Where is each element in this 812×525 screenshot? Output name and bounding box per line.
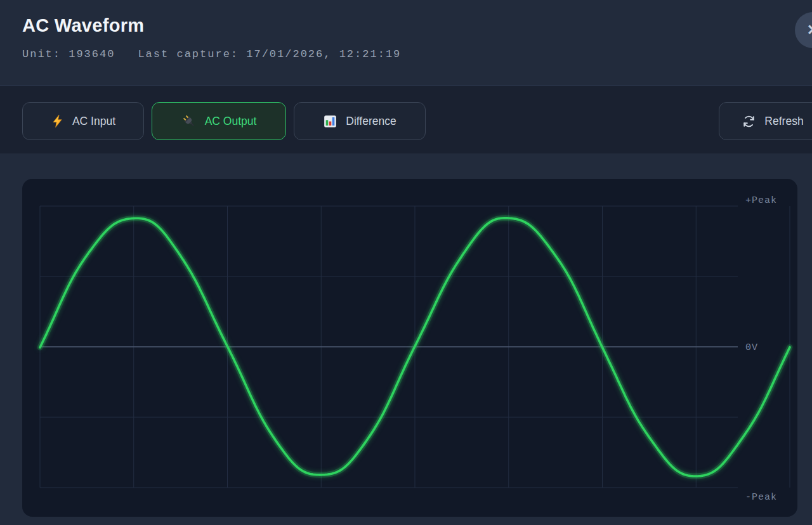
tab-difference[interactable]: Difference	[294, 102, 426, 140]
y-axis-label: +Peak	[745, 195, 777, 206]
y-axis-label: -Peak	[745, 492, 777, 503]
refresh-button[interactable]: Refresh	[719, 102, 812, 140]
waveform-chart-panel: +Peak0V-Peak	[22, 179, 797, 517]
tab-ac-input[interactable]: AC Input	[22, 102, 144, 140]
unit-label: Unit: 193640	[22, 48, 115, 60]
refresh-icon	[742, 114, 756, 129]
tab-label: AC Input	[72, 115, 115, 128]
tab-label: Difference	[346, 115, 396, 128]
capture-meta: Unit: 193640Last capture: 17/01/2026, 12…	[22, 48, 401, 60]
tab-ac-output[interactable]: AC Output	[152, 102, 286, 140]
toolbar: AC Input AC Output	[0, 85, 812, 153]
last-capture-label: Last capture: 17/01/2026, 12:21:19	[138, 48, 401, 60]
header: AC Waveform Unit: 193640Last capture: 17…	[0, 0, 812, 85]
close-button[interactable]: ✕	[795, 12, 812, 48]
ac-waveform-page: { "header": { "title": "AC Waveform", "u…	[0, 0, 812, 525]
y-axis-label: 0V	[745, 342, 758, 353]
lightning-bolt-icon	[51, 113, 64, 129]
waveform-chart: +Peak0V-Peak	[22, 179, 797, 517]
page-title: AC Waveform	[22, 15, 144, 36]
bar-chart-icon	[323, 114, 337, 129]
power-plug-icon	[181, 113, 197, 129]
refresh-label: Refresh	[764, 115, 803, 128]
tab-label: AC Output	[205, 115, 257, 128]
close-icon: ✕	[807, 22, 812, 39]
